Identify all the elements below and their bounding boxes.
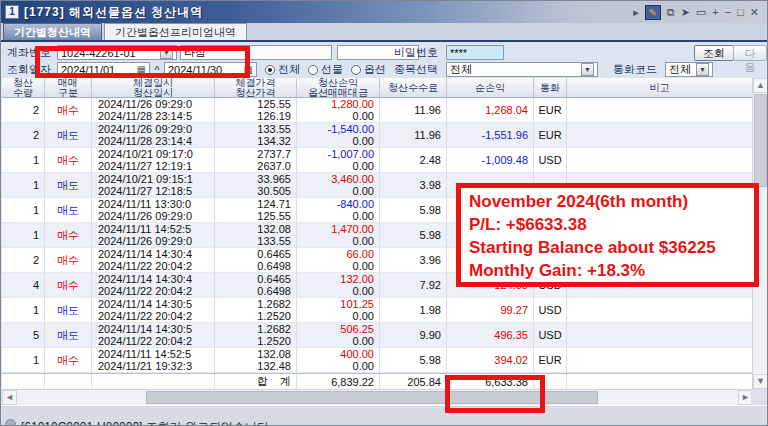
- window-title: [1773] 해외선물옵션 청산내역: [24, 4, 633, 21]
- qty-value: 1: [2, 179, 39, 191]
- chart-edit-icon[interactable]: ✎: [645, 5, 661, 20]
- annotation-note-box: November 2024(6th month) P/L: +$6633.38 …: [456, 183, 759, 287]
- price_close-value: 2637.0: [215, 160, 291, 172]
- cell-currency: EUR: [534, 123, 567, 147]
- radio-all[interactable]: 전체: [265, 62, 300, 77]
- amount-value: 0.00: [297, 185, 374, 197]
- total-pl: 6,839.22: [297, 374, 380, 389]
- price_open-value: 132.08: [215, 223, 291, 235]
- panel-collapse-icon[interactable]: ▸: [633, 5, 639, 19]
- dt_open-value: 2024/11/14 14:30:4: [98, 248, 214, 260]
- amount-value: 0.00: [297, 335, 374, 347]
- cell-price_open: 1.26821.2520: [215, 298, 297, 322]
- zoom-out-icon[interactable]: −: [725, 5, 731, 19]
- side-value: 매수: [57, 278, 79, 293]
- cell-price_open: 33.96530.505: [215, 173, 297, 197]
- restore-icon[interactable]: ▭: [696, 5, 706, 19]
- cascade-windows-icon[interactable]: ⧉: [667, 5, 675, 19]
- pl-value: -1,540.00: [297, 123, 374, 135]
- amount-value: 0.00: [297, 210, 374, 222]
- dt_close-value: 2024/11/22 20:04:2: [98, 285, 214, 297]
- cell-pl: 101.250.00: [297, 298, 380, 322]
- qty-value: 4: [2, 279, 39, 291]
- table-row[interactable]: 1매수2024/11/11 14:52:52024/11/21 19:32:31…: [2, 348, 752, 373]
- item-select[interactable]: 전체 ▼: [446, 62, 598, 77]
- fee-value: 3.96: [380, 254, 441, 266]
- cell-fee: 3.98: [380, 173, 447, 197]
- detach-window-icon[interactable]: ➤: [681, 5, 690, 19]
- radio-dot-icon: [351, 65, 361, 75]
- horizontal-scrollbar[interactable]: ◄ ►: [2, 389, 753, 405]
- vertical-scroll-thumb[interactable]: [754, 94, 767, 187]
- net-value: 496.35: [447, 329, 528, 341]
- currency-select[interactable]: 전체 ▼: [665, 62, 713, 77]
- table-row[interactable]: 2매도2024/11/26 09:29:02024/11/28 23:14:41…: [2, 123, 752, 148]
- table-row[interactable]: 5매도2024/11/14 14:30:52024/11/22 20:04:21…: [2, 323, 752, 348]
- scroll-down-icon[interactable]: ▼: [753, 374, 768, 389]
- query-button[interactable]: 조회: [694, 45, 734, 61]
- price_close-value: 0.6498: [215, 285, 291, 297]
- scroll-left-icon[interactable]: ◄: [2, 390, 17, 405]
- price_close-value: 0.6498: [215, 260, 291, 272]
- side-value: 매수: [57, 228, 79, 243]
- maximize-icon[interactable]: □: [737, 5, 744, 19]
- side-value: 매도: [57, 128, 79, 143]
- header-net: 순손익: [447, 78, 534, 97]
- scroll-up-icon[interactable]: ▲: [753, 78, 768, 93]
- cell-price_open: 125.55126.19: [215, 98, 297, 122]
- cell-pl: 3,460.000.00: [297, 173, 380, 197]
- pl-value: 506.25: [297, 323, 374, 335]
- price_close-value: 132.48: [215, 360, 291, 372]
- cell-net: -1,551.96: [447, 123, 534, 147]
- radio-futures[interactable]: 선물: [308, 62, 343, 77]
- price_close-value: 126.19: [215, 110, 291, 122]
- chevron-down-icon[interactable]: ▼: [696, 63, 709, 76]
- cell-note: [567, 298, 752, 322]
- cell-dt_open: 2024/11/14 14:30:52024/11/22 20:04:2: [92, 298, 215, 322]
- radio-options[interactable]: 옵션: [351, 62, 386, 77]
- price_open-value: 125.55: [215, 98, 291, 110]
- fee-value: 3.98: [380, 179, 441, 191]
- cell-qty: 2: [2, 248, 45, 272]
- price_close-value: 133.55: [215, 235, 291, 247]
- qty-value: 2: [2, 104, 39, 116]
- side-value: 매도: [57, 328, 79, 343]
- cell-fee: 2.48: [380, 148, 447, 172]
- chevron-down-icon[interactable]: ▼: [581, 63, 594, 76]
- cell-price_open: 1.26821.2520: [215, 323, 297, 347]
- password-input[interactable]: ****: [446, 45, 504, 60]
- password-label: 비밀번호: [394, 45, 438, 60]
- dt_close-value: 2024/11/22 20:04:2: [98, 260, 214, 272]
- tab-bar: 기간별청산내역 기간별옵션프리미엄내역: [1, 23, 767, 42]
- table-row[interactable]: 1매도2024/11/14 14:30:52024/11/22 20:04:21…: [2, 298, 752, 323]
- fee-value: 5.98: [380, 229, 441, 241]
- fee-value: 7.92: [380, 279, 441, 291]
- amount-value: 0.00: [297, 260, 374, 272]
- cell-dt_open: 2024/10/21 09:17:02024/11/27 12:19:1: [92, 148, 215, 172]
- table-row[interactable]: 1매수2024/10/21 09:17:02024/11/27 12:19:12…: [2, 148, 752, 173]
- cell-pl: -1,540.000.00: [297, 123, 380, 147]
- amount-value: 0.00: [297, 235, 374, 247]
- annotation-line-4: Monthly Gain: +18.3%: [469, 259, 746, 282]
- cell-dt_open: 2024/11/26 09:29:02024/11/28 23:14:5: [92, 98, 215, 122]
- zoom-in-icon[interactable]: +: [712, 5, 718, 19]
- fee-value: 11.96: [380, 129, 441, 141]
- net-value: 1,268.04: [447, 104, 528, 116]
- price_open-value: 1.2682: [215, 298, 291, 310]
- amount-value: 0.00: [297, 110, 374, 122]
- cell-fee: 7.92: [380, 273, 447, 297]
- close-icon[interactable]: ✕: [750, 5, 759, 19]
- cell-fee: 5.98: [380, 348, 447, 372]
- globe-icon: [5, 419, 16, 426]
- header-side: 매매 구분: [45, 78, 92, 97]
- pl-value: 400.00: [297, 348, 374, 360]
- qty-value: 1: [2, 229, 39, 241]
- tab-period-option-premium[interactable]: 기간별옵션프리미엄내역: [104, 23, 247, 40]
- next-button[interactable]: 다음: [733, 45, 767, 61]
- cell-currency: USD: [534, 298, 567, 322]
- annotation-date-range-box: [35, 46, 250, 78]
- table-row[interactable]: 2매수2024/11/26 09:29:02024/11/28 23:14:51…: [2, 98, 752, 123]
- cell-currency: USD: [534, 148, 567, 172]
- tab-period-liquidation[interactable]: 기간별청산내역: [3, 23, 102, 40]
- cell-side: 매수: [45, 348, 92, 372]
